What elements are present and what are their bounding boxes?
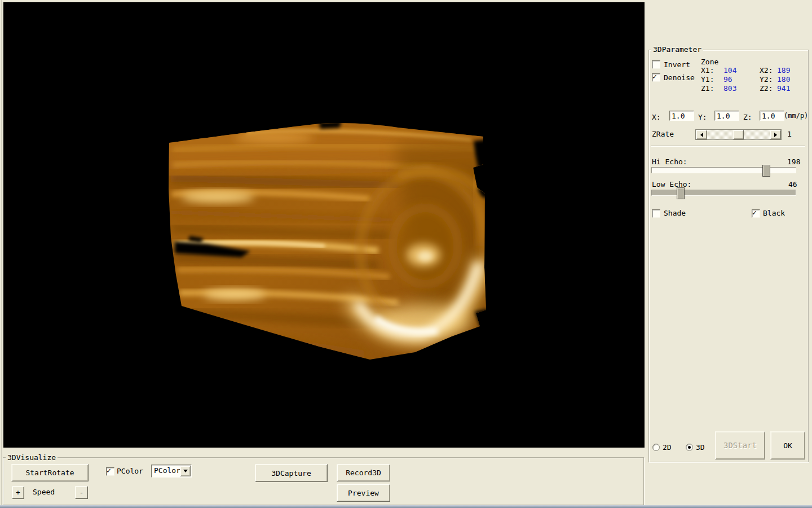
dropdown-arrow-icon[interactable] (180, 466, 191, 476)
zone-x1-label: X1: (701, 66, 714, 75)
capture-3d-button[interactable]: 3DCapture (255, 464, 328, 482)
zone-z1-label: Z1: (701, 84, 714, 93)
zone-x2-value: 189 (777, 66, 790, 75)
mode-3d-label[interactable]: 3D (696, 443, 705, 452)
pcolor-label[interactable]: PColor (117, 467, 143, 475)
y-scale-input[interactable] (714, 111, 739, 121)
render-viewport[interactable] (3, 2, 645, 448)
zone-z1-value: 803 (723, 84, 736, 93)
parameter-group-title: 3DParameter (651, 45, 703, 54)
shade-checkbox[interactable] (652, 209, 660, 218)
zone-x2-label: X2: (760, 66, 773, 75)
mode-3d-radio[interactable] (686, 444, 693, 451)
denoise-checkbox[interactable] (652, 73, 660, 82)
low-echo-slider-thumb[interactable] (677, 187, 685, 199)
pcolor-dropdown[interactable]: PColor (151, 465, 192, 478)
ok-button[interactable]: OK (770, 431, 805, 459)
speed-label: Speed (33, 488, 55, 496)
pcolor-dropdown-value: PColor (154, 466, 180, 475)
black-checkbox[interactable] (752, 209, 760, 218)
zone-z2-label: Z2: (760, 84, 773, 93)
zone-y2-label: Y2: (760, 75, 773, 84)
zone-y2-value: 180 (777, 75, 790, 84)
low-echo-label: Low Echo: (652, 180, 691, 189)
mode-2d-label[interactable]: 2D (663, 443, 672, 452)
scroll-right-arrow-icon[interactable] (770, 130, 781, 139)
record-3d-button[interactable]: Record3D (337, 464, 390, 481)
hi-echo-label: Hi Echo: (652, 157, 687, 166)
y-scale-label: Y: (698, 113, 707, 121)
zrate-scrollbar[interactable] (695, 129, 782, 140)
denoise-label[interactable]: Denoise (664, 73, 695, 82)
panel-divider (651, 146, 805, 147)
zrate-scrollbar-thumb[interactable] (733, 130, 744, 139)
zone-z2-value: 941 (777, 84, 790, 93)
window-left-edge (1, 0, 2, 508)
shade-label[interactable]: Shade (664, 209, 686, 217)
pcolor-checkbox[interactable] (106, 467, 114, 476)
x-scale-label: X: (652, 113, 661, 121)
hi-echo-slider-track[interactable] (651, 167, 796, 173)
scale-unit-label: (mm/p) (784, 112, 808, 120)
invert-label[interactable]: Invert (664, 60, 690, 69)
low-echo-slider-track[interactable] (651, 190, 796, 196)
start-rotate-button[interactable]: StartRotate (11, 464, 89, 481)
speed-minus-button[interactable]: - (75, 486, 88, 499)
hi-echo-slider-thumb[interactable] (762, 165, 770, 177)
volume-render (3, 2, 645, 448)
zrate-label: ZRate (652, 130, 674, 138)
start-3d-button[interactable]: 3DStart (715, 431, 765, 459)
hi-echo-value: 198 (787, 157, 800, 166)
low-echo-value: 46 (788, 180, 797, 189)
speed-plus-button[interactable]: + (12, 486, 24, 499)
zone-title: Zone (701, 58, 718, 66)
black-label[interactable]: Black (763, 209, 785, 217)
preview-button[interactable]: Preview (337, 484, 390, 502)
invert-checkbox[interactable] (652, 60, 660, 69)
zone-y1-value: 96 (723, 75, 732, 84)
zrate-value: 1 (787, 130, 792, 138)
zone-x1-value: 104 (723, 66, 736, 75)
scroll-left-arrow-icon[interactable] (696, 130, 707, 139)
z-scale-label: Z: (743, 113, 752, 121)
zone-y1-label: Y1: (701, 75, 714, 84)
x-scale-input[interactable] (669, 111, 694, 121)
mode-2d-radio[interactable] (652, 444, 660, 451)
z-scale-input[interactable] (760, 111, 784, 121)
window-bottom-edge (0, 505, 812, 508)
app-window: { "window": { "background_color": "#ece9… (0, 0, 812, 508)
visualize-group-title: 3DVisualize (6, 453, 58, 462)
